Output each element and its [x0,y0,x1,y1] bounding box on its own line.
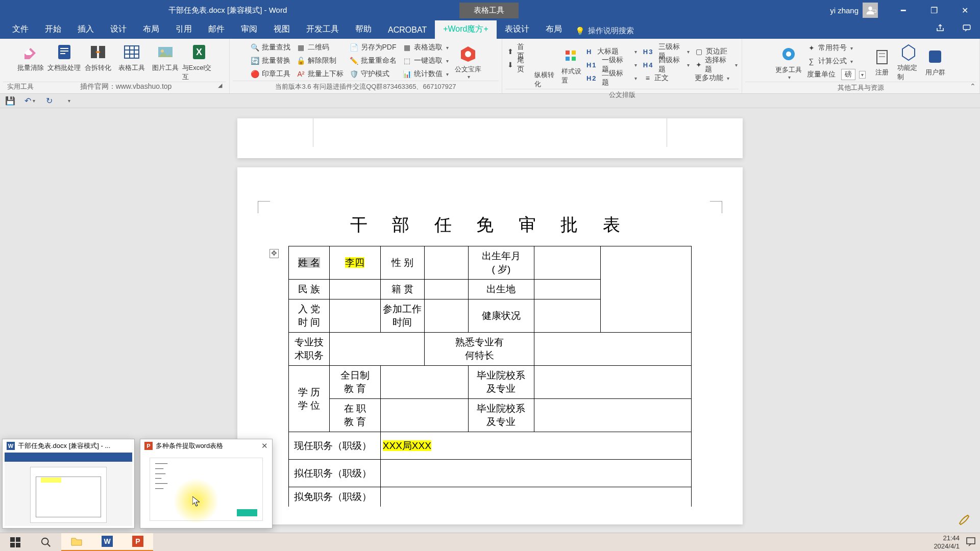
batch-rename-button[interactable]: ✏️批量重命名 [349,54,398,67]
form-table[interactable]: 姓 名 李四 性 别 出生年月( 岁) 民 族 籍 贯 出生地 [288,246,692,507]
style-settings-button[interactable]: 样式设置 [561,44,582,85]
tab-review[interactable]: 审阅 [233,20,265,39]
cell-tech-value[interactable] [329,333,424,366]
qrcode-button[interactable]: ▦二维码 [296,41,345,54]
tab-developer[interactable]: 开发工具 [298,20,347,39]
more-functions-button[interactable]: 更多功能▾ [694,71,739,85]
cell-name-value[interactable]: 李四 [345,257,364,268]
cell-remove-label: 拟免职务（职级） [289,487,381,507]
tab-layout[interactable]: 布局 [135,20,167,39]
cell-remove-value[interactable] [380,487,691,507]
heading-4-button[interactable]: ▾ H4 四级标题▾ [632,58,691,71]
formula-button[interactable]: ∑计算公式▾ [806,55,867,68]
group-label-other: 其他工具与资源 [745,82,976,94]
table-move-handle[interactable]: ✥ [270,249,279,258]
batch-clear-button[interactable]: 批量清除 [14,41,47,82]
search-button[interactable] [31,533,61,552]
cell-grad2-value[interactable] [534,399,692,432]
taskbar-preview-ppt[interactable]: P 多种条件提取word表格 ✕ ━━━━━━━━━━━━━━━━━━━━━━━… [140,439,273,529]
select-heading-button[interactable]: ✦选择标题▾ [694,58,739,71]
tab-word-magic[interactable]: +Word魔方+ [435,20,497,39]
comments-button[interactable] [953,19,980,39]
cell-gender-value[interactable] [424,246,468,280]
cell-party-value[interactable] [329,299,380,333]
tab-acrobat[interactable]: ACROBAT [380,21,435,39]
unit-selector[interactable]: 度量单位 磅 ▾ [806,68,867,81]
group-launcher-icon[interactable]: ◢ [218,82,222,91]
tab-help[interactable]: 帮助 [347,20,380,39]
start-button[interactable] [0,533,31,552]
one-click-select-button[interactable]: ⬚一键选取▾ [402,54,450,67]
cell-native-value[interactable] [424,280,468,299]
ink-pen-button[interactable] [958,511,972,528]
tab-home[interactable]: 开始 [37,20,69,39]
tab-file[interactable]: 文件 [4,20,37,39]
cell-spec-value[interactable] [534,333,692,366]
close-button[interactable]: ✕ [949,0,980,20]
cell-health-value[interactable] [534,299,601,333]
body-text-button[interactable]: ▾ ≡正文 [632,71,691,85]
table-tools-tab[interactable]: 表格工具 [459,3,519,18]
tab-design[interactable]: 设计 [102,20,135,39]
collapse-ribbon-button[interactable]: ⌃ [970,82,976,90]
file-explorer-button[interactable] [61,533,92,552]
maximize-button[interactable]: ❐ [919,0,949,20]
svg-text:X: X [195,47,202,57]
tab-table-layout[interactable]: 布局 [537,20,570,39]
merge-split-button[interactable]: 合拆转化 [81,41,115,82]
close-preview-button[interactable]: ✕ [261,441,268,450]
notifications-button[interactable] [966,536,976,548]
cell-proposed-value[interactable] [380,460,691,487]
cell-onjob-value[interactable] [380,399,468,432]
tab-table-design[interactable]: 表设计 [497,20,537,39]
cell-birth-value[interactable] [534,246,601,280]
heading-2-button[interactable]: H2 二级标题 [585,71,629,85]
table-tools-button[interactable]: 表格工具 [115,41,149,82]
system-clock[interactable]: 21:44 2024/4/1 [934,534,960,550]
powerpoint-app-button[interactable]: P [122,533,153,552]
customize-button[interactable]: 功能定制 [897,41,920,82]
cell-grad1-value[interactable] [534,366,692,399]
tab-view[interactable]: 视图 [265,20,298,39]
redo-button[interactable]: ↻ [44,96,54,106]
batch-replace-button[interactable]: 🔄批量替换 [250,54,291,67]
word-app-button[interactable]: W [92,533,122,552]
user-name[interactable]: yi zhang [830,6,859,15]
cell-ethnic-value[interactable] [329,280,380,299]
tab-references[interactable]: 引用 [167,20,200,39]
unlock-button[interactable]: 🔓解除限制 [296,54,345,67]
minimize-button[interactable]: ━ [888,0,919,20]
image-tools-button[interactable]: 图片工具 [149,41,182,82]
cell-current-value[interactable]: XXX局XXX [383,440,431,451]
register-button[interactable]: 注册 [871,45,893,77]
document-page[interactable]: 干 部 任 免 审 批 表 姓 名 李四 性 别 出生年月( 岁) 民 族 籍 … [237,167,743,524]
last-page-button[interactable]: ⬇尾页 [505,58,531,71]
cell-birthplace-value[interactable] [534,280,601,299]
save-button[interactable]: 💾 [5,96,15,106]
cell-work-value[interactable] [424,299,468,333]
tab-mailings[interactable]: 邮件 [200,20,233,39]
batch-find-button[interactable]: 🔍批量查找 [250,41,291,54]
save-pdf-button[interactable]: 📄另存为PDF [349,41,398,54]
undo-button[interactable]: ↶▾ [24,96,35,106]
doc-batch-button[interactable]: 文档批处理 [47,41,81,82]
share-button[interactable] [927,19,953,39]
qat-customize[interactable]: ▾ [63,96,74,106]
taskbar-preview-word[interactable]: W 干部任免表.docx [兼容模式] - ... [2,439,135,529]
tell-me-search[interactable]: 💡 操作说明搜索 [575,26,634,39]
stats-button[interactable]: 📊统计数值▾ [402,67,450,81]
protect-mode-button[interactable]: 🛡️守护模式 [349,67,398,81]
subscript-button[interactable]: A²批量上下标 [296,67,345,81]
ribbon-display-options[interactable]: ▭ [857,0,888,20]
tab-insert[interactable]: 插入 [69,20,102,39]
excel-sync-button[interactable]: X与Excel交互 [182,41,216,82]
table-select-button[interactable]: ▦表格选取▾ [402,41,450,54]
more-tools-button[interactable]: 更多工具▾ [775,43,802,80]
user-group-button[interactable]: 用户群 [924,45,946,77]
common-symbols-button[interactable]: ✦常用符号▾ [806,41,867,55]
cell-fulltime-value[interactable] [380,366,468,399]
gongwen-library-button[interactable]: 公文宝库▾ [454,42,482,80]
orientation-button[interactable]: 纵横转化 [534,41,558,89]
stamp-tool-button[interactable]: 🔴印章工具 [250,67,291,81]
cell-photo[interactable] [601,246,692,333]
